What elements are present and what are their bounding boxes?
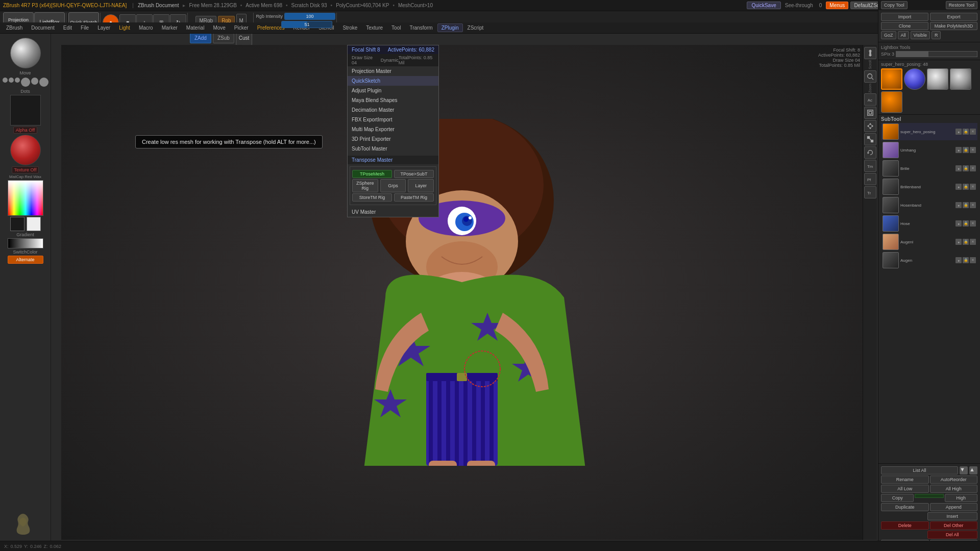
list-up-icon[interactable]: ▲ — [969, 466, 977, 474]
alpha-preview[interactable] — [10, 95, 41, 126]
menu-tab-document[interactable]: Document — [27, 23, 59, 32]
menu-fbx-export-import[interactable]: FBX ExportImport — [348, 115, 438, 124]
subtool-item-hosenband[interactable]: Hosenband ● 🔒 ✕ — [881, 196, 977, 214]
alpha-off-button[interactable]: Alpha Off — [13, 127, 37, 134]
zsphere-rig-button[interactable]: ZSphere Rig — [352, 179, 378, 192]
actsym-icon-btn[interactable]: Ac — [864, 93, 876, 106]
menu-tab-zbrush[interactable]: ZBrush — [2, 23, 27, 32]
subtool-lock-6[interactable]: 🔒 — [963, 239, 969, 245]
menu-tab-zplugin[interactable]: ZPlugin — [437, 23, 463, 32]
subtool-item-hose[interactable]: Hose ● 🔒 ✕ — [881, 215, 977, 232]
menu-tab-move[interactable]: Move — [209, 23, 229, 32]
subtool-item-brillenband[interactable]: Brillenband ● 🔒 ✕ — [881, 178, 977, 195]
tool-thumb-simple[interactable] — [927, 68, 948, 90]
temp-icon-btn[interactable]: Tm — [864, 160, 876, 172]
append-button[interactable]: Append — [930, 503, 978, 511]
menus-button[interactable]: Menus — [826, 2, 848, 9]
subtool-vis-1[interactable]: ● — [955, 147, 962, 153]
subtool-vis-3[interactable]: ● — [955, 184, 962, 190]
brush-dot-3[interactable] — [15, 78, 20, 83]
all-button[interactable]: All — [898, 31, 909, 39]
menu-tab-texture[interactable]: Texture — [362, 23, 387, 32]
subtool-lock-5[interactable]: 🔒 — [963, 220, 969, 227]
storetm-rig-button[interactable]: StoreTM Rig — [352, 193, 392, 202]
subtool-vis-7[interactable]: ● — [955, 257, 962, 263]
goz-button[interactable]: GoZ — [881, 31, 896, 39]
layer-button[interactable]: Layer — [408, 179, 434, 192]
menu-tab-material[interactable]: Material — [182, 23, 209, 32]
menu-adjust-plugin[interactable]: Adjust Plugin — [348, 86, 438, 95]
insert-button[interactable]: Insert — [927, 512, 978, 520]
auto-reorder-button[interactable]: AutoReorder — [930, 475, 978, 484]
zsub-button[interactable]: ZSub — [213, 33, 234, 43]
scale-icon-btn[interactable] — [864, 133, 876, 145]
del-all-button[interactable]: Del All — [927, 531, 978, 539]
r-button[interactable]: R — [932, 31, 941, 39]
menu-multi-map-exporter[interactable]: Multi Map Exporter — [348, 124, 438, 134]
list-all-button[interactable]: List All — [881, 466, 958, 474]
subtool-lock-7[interactable]: 🔒 — [963, 257, 969, 263]
brush-dot-2[interactable] — [9, 78, 14, 83]
subtool-vis-6[interactable]: ● — [955, 239, 962, 245]
rotate-icon-btn[interactable] — [864, 146, 876, 159]
tool-sphere[interactable] — [10, 38, 41, 68]
zoom-icon-btn[interactable] — [864, 70, 876, 83]
subtool-item-umhang[interactable]: Umhang ● 🔒 ✕ — [881, 141, 977, 159]
brush-dot-1[interactable] — [3, 78, 8, 83]
tpose-mesh-button[interactable]: TPoseMesh — [352, 170, 392, 178]
menu-subtool-master[interactable]: SubTool Master — [348, 144, 438, 154]
menu-tab-zscript[interactable]: ZScript — [463, 23, 488, 32]
restore-tool-btn[interactable]: Restore Tool — [946, 1, 977, 9]
tool-thumb-superhero[interactable] — [881, 68, 902, 90]
make-polymesh3d-button[interactable]: Make PolyMesh3D — [930, 22, 977, 30]
menu-tab-edit[interactable]: Edit — [59, 23, 76, 32]
subtool-del-6[interactable]: ✕ — [970, 239, 976, 245]
subtool-lock-2[interactable]: 🔒 — [963, 165, 969, 171]
menu-tab-marker[interactable]: Marker — [158, 23, 182, 32]
clone-button[interactable]: Clone — [881, 22, 928, 30]
subtool-item-augenl[interactable]: Augenl ● 🔒 ✕ — [881, 233, 977, 251]
subtool-del-5[interactable]: ✕ — [970, 220, 976, 227]
subtool-del-4[interactable]: ✕ — [970, 202, 976, 208]
brush-dot-5[interactable] — [31, 78, 38, 85]
polyf-icon-btn[interactable]: Pf — [864, 173, 876, 185]
swatch-white[interactable] — [27, 217, 41, 231]
subtool-vis-5[interactable]: ● — [955, 220, 962, 227]
swatch-black[interactable] — [10, 217, 24, 231]
subtool-del-0[interactable]: ✕ — [970, 129, 976, 135]
subtool-lock-4[interactable]: 🔒 — [963, 202, 969, 208]
menu-quicksketch[interactable]: QuickSketch — [348, 76, 438, 86]
gradient-preview[interactable] — [8, 238, 43, 248]
copy-button[interactable]: Copy — [881, 494, 914, 502]
frame-icon-btn[interactable] — [864, 107, 876, 119]
subtool-del-1[interactable]: ✕ — [970, 147, 976, 153]
subtool-vis-0[interactable]: ● — [955, 129, 962, 135]
list-down-icon[interactable]: ▼ — [960, 466, 968, 474]
material-label[interactable]: MatCap Red Wax — [2, 174, 48, 179]
brush-dot-4[interactable] — [21, 78, 30, 87]
texture-off-button[interactable]: Texture Off — [12, 166, 39, 173]
subtool-vis-4[interactable]: ● — [955, 202, 962, 208]
menu-tab-macro[interactable]: Macro — [135, 23, 157, 32]
menu-transpose-master-header[interactable]: Transpose Master — [348, 156, 438, 164]
menu-tab-transform[interactable]: Transform — [405, 23, 436, 32]
export-button[interactable]: Export — [930, 13, 977, 21]
subtool-lock-1[interactable]: 🔒 — [963, 147, 969, 153]
all-high-button[interactable]: All High — [930, 485, 978, 493]
alternate-button[interactable]: Alternate — [8, 256, 43, 264]
all-low-button[interactable]: All Low — [881, 485, 929, 493]
duplicate-button[interactable]: Duplicate — [881, 503, 929, 511]
menu-maya-blend-shapes[interactable]: Maya Blend Shapes — [348, 95, 438, 105]
subtool-item-brille[interactable]: Brille ● 🔒 ✕ — [881, 160, 977, 177]
tool-thumb-sphere[interactable] — [904, 68, 925, 90]
move-label[interactable]: Move — [2, 70, 48, 76]
menu-tab-file[interactable]: File — [77, 23, 93, 32]
zadd-button[interactable]: ZAdd — [190, 33, 211, 43]
scroll-icon-btn[interactable] — [864, 47, 876, 59]
grps-button[interactable]: Grps — [380, 179, 406, 192]
z-intensity-slider[interactable]: 51 — [281, 21, 332, 28]
doc-label[interactable]: ZBrush Document — [135, 2, 182, 9]
menu-tab-light[interactable]: Light — [115, 23, 134, 32]
move-icon-btn[interactable] — [864, 120, 876, 132]
subtool-item-augen[interactable]: Augen ● 🔒 ✕ — [881, 252, 977, 269]
